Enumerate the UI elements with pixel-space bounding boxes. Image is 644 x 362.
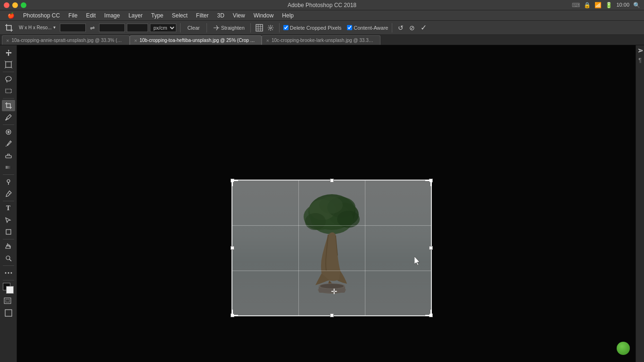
svg-line-8 [11,61,12,62]
tool-pen[interactable] [2,188,15,199]
svg-point-22 [5,272,6,274]
tool-shape[interactable] [2,226,15,238]
tool-quick-mask[interactable] [2,296,15,307]
close-icon[interactable]: × [266,38,269,43]
tool-lasso[interactable] [2,74,15,85]
crop-handle-middle-right[interactable] [429,246,433,250]
svg-rect-16 [6,156,11,158]
canvas-area[interactable]: ✛ [17,45,636,362]
crop-box[interactable] [231,180,432,316]
close-button[interactable] [4,2,9,8]
svg-point-18 [7,180,10,182]
tool-dodge[interactable] [2,176,15,188]
separator-2 [206,23,207,33]
crop-handle-middle-left[interactable] [231,246,234,250]
tool-gradient[interactable] [2,162,15,173]
chevron-down-icon: ▼ [52,25,56,30]
tool-text[interactable]: T [2,203,15,214]
menu-type[interactable]: Type [147,11,167,20]
tool-marquee[interactable] [2,85,15,97]
menu-window[interactable]: Window [250,11,278,20]
svg-point-23 [8,272,9,274]
maximize-button[interactable] [21,2,26,8]
close-icon[interactable]: × [134,38,137,43]
tool-eraser[interactable] [2,150,15,161]
left-toolbar: T [0,45,17,362]
delete-cropped-pixels-checkbox[interactable]: Delete Cropped Pixels [283,25,341,31]
unit-select[interactable]: px/cm px cm in [150,24,176,32]
tool-hand[interactable] [2,241,15,252]
tool-extra[interactable] [2,267,15,279]
tool-crop[interactable] [2,100,15,111]
tool-artboard[interactable] [2,59,15,70]
window-controls [4,2,26,8]
separator-4 [279,23,280,33]
svg-rect-27 [5,310,12,316]
dimension-preset[interactable]: W x H x Reso... ▼ [17,24,58,31]
tool-separator-6 [3,239,14,239]
menu-edit[interactable]: Edit [82,11,99,20]
tab-10b[interactable]: × 10b-cropping-toa-heftiba-unsplash.jpg … [130,35,262,45]
svg-rect-0 [256,25,263,31]
svg-point-11 [6,76,11,81]
reset-button[interactable]: ↺ [396,23,405,33]
tool-separator-3 [3,124,14,125]
tool-eyedropper[interactable] [2,112,15,123]
menu-3d[interactable]: 3D [214,11,228,20]
tool-move[interactable] [2,47,15,58]
menu-layer[interactable]: Layer [124,11,146,20]
tool-separator-2 [3,98,14,99]
tool-separator-5 [3,201,14,201]
tool-path-selection[interactable] [2,214,15,226]
resolution-input[interactable] [127,24,148,32]
menu-apple[interactable]: 🍎 [4,11,18,20]
height-input[interactable] [99,24,125,32]
svg-rect-19 [6,230,11,234]
content-aware-checkbox[interactable]: Content-Aware [347,25,388,31]
tool-zoom[interactable] [2,253,15,264]
options-toolbar: W x H x Reso... ▼ ⇌ px/cm px cm in Clear… [0,21,644,35]
menu-view[interactable]: View [229,11,249,20]
panel-icon-2[interactable]: ¶ [636,57,644,64]
svg-rect-26 [6,299,9,302]
straighten-button[interactable]: Straighten [211,23,247,33]
menu-filter[interactable]: Filter [192,11,213,20]
minimize-button[interactable] [12,2,18,8]
overlay-settings-button[interactable] [266,23,275,33]
tool-colors[interactable] [2,282,15,295]
crop-grid [232,181,431,315]
menu-image[interactable]: Image [100,11,124,20]
crop-handle-top-center[interactable] [330,179,334,182]
menu-help[interactable]: Help [278,11,297,20]
svg-point-20 [6,256,10,260]
separator-1 [180,23,181,33]
tab-10c[interactable]: × 10c-cropping-brooke-lark-unsplash.jpg … [262,35,380,45]
crop-handle-bottom-center[interactable] [330,313,334,317]
cancel-crop-button[interactable]: ⊘ [407,23,417,33]
tool-separator-4 [3,174,14,175]
svg-line-7 [5,61,6,62]
menu-photoshop[interactable]: Photoshop CC [19,11,64,20]
overlay-grid-button[interactable] [255,23,264,33]
app-title: Adobe Photoshop CC 2018 [288,2,356,8]
tool-separator-8 [3,280,14,280]
tool-screen-mode[interactable] [2,307,15,319]
menu-file[interactable]: File [65,11,81,20]
clear-button[interactable]: Clear [184,24,202,32]
mac-menu-icons: ⌨ 🔒 📶 🔋 10:00 🔍 [572,2,640,8]
menu-bar: 🍎 Photoshop CC File Edit Image Layer Typ… [0,10,644,21]
main-area: T [0,45,644,362]
commit-crop-button[interactable]: ✓ [419,23,428,33]
crop-tool-indicator [3,23,15,33]
tool-separator-7 [3,265,14,266]
tool-brush[interactable] [2,138,15,149]
tool-heal[interactable] [2,126,15,138]
panel-layers-icon[interactable]: A [636,47,644,55]
close-icon[interactable]: × [6,38,9,43]
tab-10a[interactable]: × 10a-cropping-annie-spratt-unsplash.jpg… [2,35,130,45]
width-input[interactable] [60,24,86,32]
menu-select[interactable]: Select [168,11,191,20]
tool-separator-1 [3,72,14,72]
swap-dimensions-button[interactable]: ⇌ [88,23,97,33]
svg-point-24 [10,272,12,274]
